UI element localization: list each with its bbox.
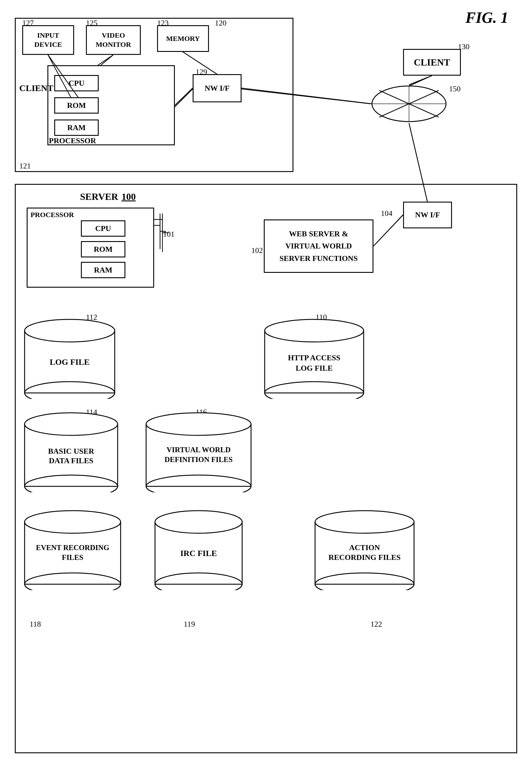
log-file-cylinder: LOG FILE	[24, 319, 116, 399]
client-rom-box: ROM	[54, 97, 99, 114]
client-right-label: CLIENT	[414, 57, 450, 68]
svg-point-27	[25, 475, 118, 492]
ref-101: 101	[163, 230, 175, 239]
svg-text:ACTION: ACTION	[349, 543, 380, 552]
client-right-box: CLIENT	[403, 49, 461, 76]
svg-point-45	[315, 511, 414, 533]
webserver-box: WEB SERVER & VIRTUAL WORLD SERVER FUNCTI…	[264, 219, 373, 273]
input-device-box: INPUT DEVICE	[22, 25, 74, 55]
ref-102: 102	[251, 246, 263, 255]
svg-text:IRC FILE: IRC FILE	[180, 549, 217, 558]
vworld-cylinder: VIRTUAL WORLD DEFINITION FILES	[145, 412, 252, 492]
server-ram-box: RAM	[81, 262, 125, 278]
memory-label: MEMORY	[166, 35, 200, 43]
server-processor-label: PROCESSOR	[31, 211, 74, 219]
video-monitor-label: VIDEO MONITOR	[96, 31, 131, 49]
svg-text:EVENT RECORDING: EVENT RECORDING	[36, 544, 109, 552]
client-nwif-box: NW I/F	[193, 74, 242, 102]
svg-text:DATA FILES: DATA FILES	[49, 457, 93, 465]
server-processor-box: PROCESSOR CPU ROM RAM	[27, 207, 154, 288]
svg-text:VIRTUAL WORLD: VIRTUAL WORLD	[167, 446, 231, 454]
client-cpu-box: CPU	[54, 75, 99, 91]
client-nwif-label: NW I/F	[205, 84, 229, 93]
ref-122: 122	[370, 620, 382, 629]
client-ram-box: RAM	[54, 119, 99, 136]
webserver-label: WEB SERVER & VIRTUAL WORLD SERVER FUNCTI…	[279, 228, 358, 265]
client-ram-label: RAM	[67, 123, 86, 132]
svg-point-26	[25, 413, 118, 435]
svg-point-21	[265, 319, 364, 342]
svg-text:LOG FILE: LOG FILE	[296, 364, 333, 372]
client-processor-box: CPU ROM RAM	[47, 65, 175, 145]
svg-point-31	[146, 413, 251, 435]
ref-120: 120	[215, 19, 226, 28]
svg-point-37	[25, 573, 121, 590]
video-monitor-box: VIDEO MONITOR	[86, 25, 141, 55]
svg-text:BASIC USER: BASIC USER	[48, 447, 94, 456]
event-rec-cylinder: EVENT RECORDING FILES	[24, 510, 122, 590]
irc-cylinder: IRC FILE	[154, 510, 243, 590]
svg-text:HTTP ACCESS: HTTP ACCESS	[288, 353, 340, 362]
ref-118: 118	[30, 620, 41, 629]
client-rom-label: ROM	[67, 101, 86, 110]
svg-point-17	[25, 319, 115, 342]
svg-point-41	[155, 511, 242, 533]
network-ellipse	[370, 84, 448, 123]
svg-point-36	[25, 511, 121, 533]
action-rec-cylinder: ACTION RECORDING FILES	[314, 510, 415, 590]
svg-point-18	[25, 381, 115, 399]
svg-text:FILES: FILES	[62, 553, 83, 561]
svg-point-42	[155, 573, 242, 590]
server-rom-label: ROM	[94, 245, 113, 254]
ref-104: 104	[381, 209, 392, 218]
server-ref: 100	[122, 191, 136, 202]
http-log-cylinder: HTTP ACCESS LOG FILE	[264, 319, 365, 399]
svg-point-32	[146, 475, 251, 492]
server-cpu-label: CPU	[95, 224, 111, 233]
ref-119: 119	[184, 620, 195, 629]
svg-text:DEFINITION FILES: DEFINITION FILES	[164, 456, 233, 464]
svg-text:LOG FILE: LOG FILE	[50, 357, 90, 366]
ref-150: 150	[449, 84, 461, 93]
server-label: SERVER	[80, 191, 118, 202]
server-nwif-box: NW I/F	[403, 202, 452, 228]
server-cpu-box: CPU	[81, 220, 125, 237]
svg-text:RECORDING FILES: RECORDING FILES	[328, 553, 400, 562]
server-ram-label: RAM	[94, 266, 112, 274]
memory-box: MEMORY	[157, 25, 209, 52]
client-cpu-label: CPU	[68, 79, 84, 88]
figure-title: FIG. 1	[466, 9, 508, 26]
basic-user-cylinder: BASIC USER DATA FILES	[24, 412, 119, 492]
input-device-label: INPUT DEVICE	[34, 31, 62, 49]
ref-121: 121	[19, 162, 31, 170]
server-rom-box: ROM	[81, 241, 125, 257]
svg-point-46	[315, 573, 414, 590]
svg-point-22	[265, 381, 364, 399]
client-processor-label: PROCESSOR	[49, 136, 96, 145]
svg-line-54	[409, 76, 432, 85]
server-nwif-label: NW I/F	[415, 210, 440, 219]
